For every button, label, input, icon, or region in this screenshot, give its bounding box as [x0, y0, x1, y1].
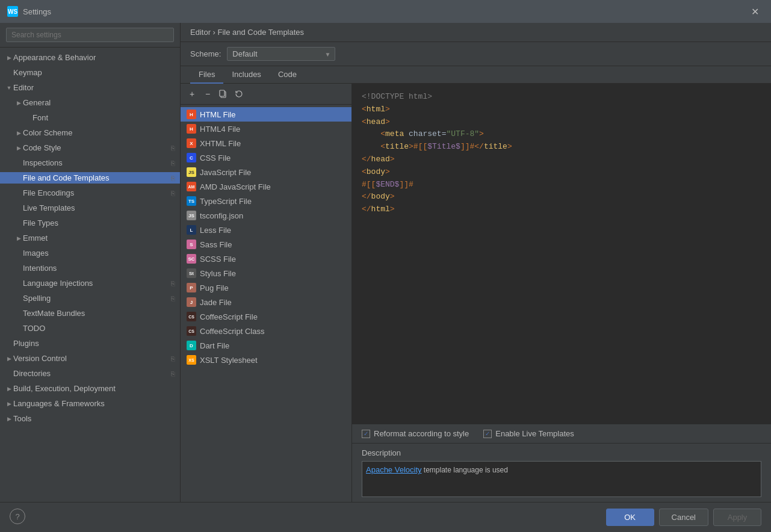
sidebar-item-color-scheme[interactable]: ▶ Color Scheme — [0, 125, 180, 140]
settings-dialog: WS Settings ✕ ▶ Appearance & Behavior — [0, 0, 771, 532]
tab-includes[interactable]: Includes — [223, 66, 269, 84]
tab-files[interactable]: Files — [190, 66, 223, 84]
close-button[interactable]: ✕ — [746, 4, 764, 20]
add-template-button[interactable]: + — [185, 87, 199, 101]
apache-velocity-link[interactable]: Apache Velocity — [366, 465, 422, 474]
copy-icon: ⎘ — [171, 280, 175, 287]
sidebar-item-file-encodings[interactable]: ▶ File Encodings ⎘ — [0, 185, 180, 200]
sidebar-item-directories[interactable]: ▶ Directories ⎘ — [0, 366, 180, 381]
svg-rect-1 — [220, 90, 224, 96]
code-line-2: <html> — [362, 104, 761, 116]
sidebar-item-textmate[interactable]: ▶ TextMate Bundles — [0, 306, 180, 321]
sidebar-item-label: Build, Execution, Deployment — [13, 384, 116, 393]
file-item-ts[interactable]: TS TypeScript File — [181, 194, 351, 208]
sidebar-item-images[interactable]: ▶ Images — [0, 246, 180, 261]
sidebar-item-build[interactable]: ▶ Build, Execution, Deployment — [0, 381, 180, 396]
sidebar-item-general[interactable]: ▶ General — [0, 95, 180, 110]
file-item-dart[interactable]: D Dart File — [181, 338, 351, 353]
content-area: + − — [181, 84, 771, 502]
file-icon-jade: J — [187, 297, 196, 307]
code-editor[interactable]: <!DOCTYPE html> <html> <head> <meta char… — [352, 84, 771, 424]
sidebar-item-label: Color Scheme — [23, 128, 72, 137]
file-item-tsconfig[interactable]: JS tsconfig.json — [181, 208, 351, 223]
copy-template-button[interactable] — [217, 87, 230, 101]
remove-template-button[interactable]: − — [201, 87, 214, 101]
file-item-scss[interactable]: SC SCSS File — [181, 252, 351, 266]
reformat-checkbox-item[interactable]: Reformat according to style — [362, 429, 469, 438]
file-item-coffee[interactable]: CS CoffeeScript File — [181, 309, 351, 324]
sidebar-item-live-templates[interactable]: ▶ Live Templates — [0, 200, 180, 215]
scheme-bar: Scheme: Default Project — [181, 42, 771, 66]
file-icon-amd: AM — [187, 182, 196, 191]
code-line-1: <!DOCTYPE html> — [362, 91, 761, 104]
file-item-html4[interactable]: H HTML4 File — [181, 122, 351, 136]
file-icon-coffee: CS — [187, 312, 196, 321]
app-logo: WS — [7, 6, 18, 17]
sidebar-item-label: Images — [23, 249, 49, 258]
file-item-less[interactable]: L Less File — [181, 223, 351, 237]
live-templates-label: Enable Live Templates — [495, 429, 574, 438]
file-item-coffee-class[interactable]: CS CoffeeScript Class — [181, 324, 351, 338]
tabs-bar: Files Includes Code — [181, 66, 771, 84]
sidebar-item-label: Version Control — [13, 354, 67, 363]
copy-icon: ⎘ — [171, 175, 175, 182]
sidebar-item-todo[interactable]: ▶ TODO — [0, 321, 180, 336]
sidebar-item-tools[interactable]: ▶ Tools — [0, 411, 180, 426]
sidebar-item-label: Appearance & Behavior — [13, 53, 96, 62]
search-input[interactable] — [6, 28, 174, 42]
sidebar-item-code-style[interactable]: ▶ Code Style ⎘ — [0, 140, 180, 155]
sidebar-item-inspections[interactable]: ▶ Inspections ⎘ — [0, 155, 180, 170]
file-item-amd[interactable]: AM AMD JavaScript File — [181, 179, 351, 194]
file-name: Stylus File — [200, 269, 236, 278]
sidebar-item-emmet[interactable]: ▶ Emmet — [0, 230, 180, 246]
dialog-body: ▶ Appearance & Behavior ▶ Keymap ▼ Edito — [0, 23, 771, 502]
ok-button[interactable]: OK — [606, 509, 654, 526]
file-item-stylus[interactable]: St Stylus File — [181, 266, 351, 280]
sidebar-item-file-types[interactable]: ▶ File Types — [0, 215, 180, 230]
file-item-xhtml[interactable]: X XHTML File — [181, 136, 351, 150]
apply-button[interactable]: Apply — [713, 509, 761, 526]
sidebar-item-keymap[interactable]: ▶ Keymap — [0, 65, 180, 80]
sidebar-item-editor[interactable]: ▼ Editor — [0, 80, 180, 95]
sidebar-item-label: Live Templates — [23, 203, 75, 212]
sidebar-item-font[interactable]: ▶ Font — [0, 110, 180, 125]
code-line-4: <meta charset="UTF-8"> — [362, 128, 761, 141]
sidebar-item-language-injections[interactable]: ▶ Language Injections ⎘ — [0, 276, 180, 291]
reformat-checkbox[interactable] — [362, 430, 370, 438]
description-text-area: Apache Velocity template language is use… — [362, 461, 761, 497]
file-name: AMD JavaScript File — [200, 182, 271, 191]
file-item-xslt[interactable]: XS XSLT Stylesheet — [181, 353, 351, 367]
sidebar-item-appearance[interactable]: ▶ Appearance & Behavior — [0, 50, 180, 65]
file-icon-css: C — [187, 153, 196, 162]
sidebar-item-languages[interactable]: ▶ Languages & Frameworks — [0, 396, 180, 411]
sidebar-item-label: Plugins — [13, 339, 39, 348]
reset-template-button[interactable] — [232, 87, 246, 101]
sidebar-item-spelling[interactable]: ▶ Spelling ⎘ — [0, 291, 180, 306]
copy-icon: ⎘ — [171, 370, 175, 377]
file-item-pug[interactable]: P Pug File — [181, 280, 351, 295]
file-icon-js: JS — [187, 167, 196, 177]
file-icon-json: JS — [187, 211, 196, 220]
sidebar-item-label: Tools — [13, 414, 31, 423]
live-templates-checkbox[interactable] — [483, 430, 492, 438]
file-item-html[interactable]: H HTML File — [181, 107, 351, 122]
cancel-button[interactable]: Cancel — [659, 509, 708, 526]
file-item-jade[interactable]: J Jade File — [181, 295, 351, 309]
file-item-css[interactable]: C CSS File — [181, 150, 351, 165]
file-icon-html: H — [187, 110, 196, 119]
sidebar-item-intentions[interactable]: ▶ Intentions — [0, 261, 180, 276]
sidebar-item-plugins[interactable]: ▶ Plugins — [0, 336, 180, 351]
file-item-js[interactable]: JS JavaScript File — [181, 165, 351, 179]
code-line-3: <head> — [362, 116, 761, 129]
sidebar-item-label: Spelling — [23, 294, 51, 303]
file-item-sass[interactable]: S Sass File — [181, 237, 351, 252]
live-templates-checkbox-item[interactable]: Enable Live Templates — [483, 429, 574, 438]
file-icon-less: L — [187, 225, 196, 235]
window-title: Settings — [23, 7, 51, 16]
main-panel: Editor › File and Code Templates Scheme:… — [181, 23, 771, 502]
sidebar-item-file-templates[interactable]: ▶ File and Code Templates ⎘ — [0, 170, 180, 185]
tab-code[interactable]: Code — [270, 66, 305, 84]
sidebar-item-vcs[interactable]: ▶ Version Control ⎘ — [0, 351, 180, 366]
scheme-select[interactable]: Default Project — [227, 47, 335, 61]
help-button[interactable]: ? — [10, 509, 25, 524]
